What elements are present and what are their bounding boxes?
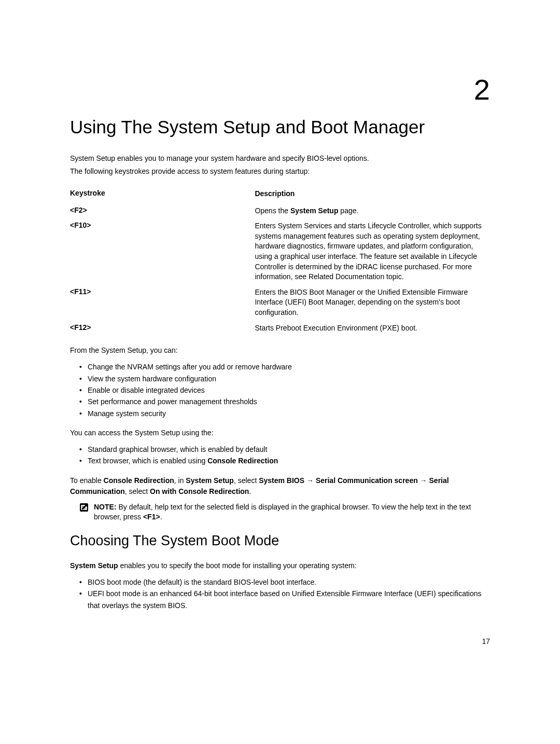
text: . — [249, 487, 251, 495]
intro-paragraph-2: The following keystrokes provide access … — [70, 166, 490, 177]
note-label: NOTE: — [94, 503, 117, 511]
list-item: UEFI boot mode is an enhanced 64-bit boo… — [79, 588, 490, 611]
note-body: . — [160, 513, 162, 521]
enable-console-paragraph: To enable Console Redirection, in System… — [70, 475, 490, 497]
list-item: Standard graphical browser, which is ena… — [79, 444, 490, 455]
note-icon — [79, 503, 89, 512]
text: , select — [234, 476, 259, 485]
list-item: Set performance and power management thr… — [79, 396, 490, 407]
description-f11: Enters the BIOS Boot Manager or the Unif… — [255, 285, 490, 321]
text: To enable — [70, 476, 104, 485]
table-row: <F10> Enters System Services and starts … — [70, 218, 490, 285]
list-item: Change the NVRAM settings after you add … — [79, 361, 490, 373]
bold: Console Redirection — [104, 476, 174, 485]
bold: System Setup — [70, 561, 118, 570]
list-item: BIOS boot mode (the default) is the stan… — [79, 576, 490, 588]
header-description: Description — [255, 186, 490, 203]
description-f12: Starts Preboot Execution Environment (PX… — [255, 321, 490, 336]
keystroke-f12: <F12> — [70, 321, 255, 336]
arrow: → — [304, 476, 316, 485]
bold: System Setup — [186, 476, 234, 485]
keystroke-f10: <F10> — [70, 218, 255, 285]
header-keystroke: Keystroke — [70, 186, 255, 203]
list-bold: Console Redirection — [207, 457, 278, 465]
keystroke-f2: <F2> — [70, 203, 255, 219]
note-bold: <F1> — [143, 513, 160, 521]
list-item: Manage system security — [79, 408, 490, 419]
table-row: <F11> Enters the BIOS Boot Manager or th… — [70, 285, 490, 321]
list-item: Enable or disable integrated devices — [79, 384, 490, 396]
bold: System BIOS — [259, 476, 304, 485]
chapter-number: 2 — [70, 73, 490, 106]
section-title-boot-mode: Choosing The System Boot Mode — [70, 533, 490, 549]
note-block: NOTE: By default, help text for the sele… — [70, 502, 490, 522]
desc-bold: System Setup — [290, 206, 339, 215]
bold: On with Console Redirection — [150, 487, 249, 495]
text: , in — [174, 476, 186, 485]
desc-text: Opens the — [255, 206, 290, 215]
description-f10: Enters System Services and starts Lifecy… — [255, 218, 490, 285]
desc-text: page. — [338, 206, 358, 215]
access-methods-list: Standard graphical browser, which is ena… — [70, 444, 490, 467]
access-text: You can access the System Setup using th… — [70, 428, 490, 438]
text: enables you to specify the boot mode for… — [118, 561, 357, 570]
text: , select — [125, 487, 150, 495]
table-row: <F2> Opens the System Setup page. — [70, 203, 490, 219]
keystroke-table: Keystroke Description <F2> Opens the Sys… — [70, 186, 490, 336]
arrow: → — [418, 476, 429, 485]
boot-modes-list: BIOS boot mode (the default) is the stan… — [70, 576, 490, 611]
chapter-title: Using The System Setup and Boot Manager — [70, 117, 490, 137]
capabilities-list: Change the NVRAM settings after you add … — [70, 361, 490, 419]
list-item: Text browser, which is enabled using Con… — [79, 455, 490, 466]
bold: Serial Communication screen — [316, 476, 418, 485]
page-number: 17 — [70, 637, 490, 645]
note-text: NOTE: By default, help text for the sele… — [94, 502, 490, 522]
intro-paragraph-1: System Setup enables you to manage your … — [70, 153, 490, 164]
list-text: Text browser, which is enabled using — [88, 457, 207, 465]
table-row: <F12> Starts Preboot Execution Environme… — [70, 321, 490, 336]
keystroke-f11: <F11> — [70, 285, 255, 321]
list-item: View the system hardware configuration — [79, 373, 490, 384]
description-f2: Opens the System Setup page. — [255, 203, 490, 219]
from-setup-text: From the System Setup, you can: — [70, 345, 490, 356]
section-intro: System Setup enables you to specify the … — [70, 560, 490, 571]
table-header-row: Keystroke Description — [70, 186, 490, 203]
